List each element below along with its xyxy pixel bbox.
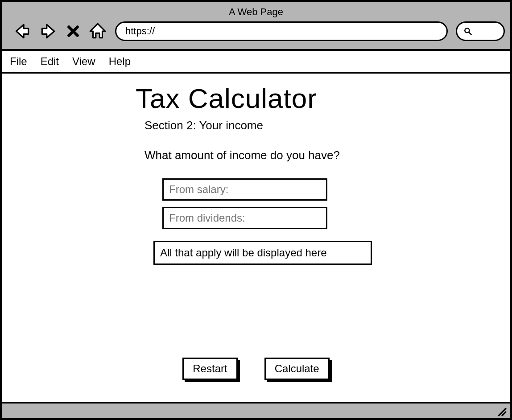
menu-view[interactable]: View <box>72 55 95 68</box>
dividends-input[interactable] <box>162 207 327 229</box>
calculate-button[interactable]: Calculate <box>264 358 330 380</box>
result-display: All that apply will be displayed here <box>153 241 372 265</box>
browser-title: A Web Page <box>7 4 505 21</box>
nav-icon-group <box>7 22 107 41</box>
address-bar-text: https:// <box>125 25 155 37</box>
restart-button[interactable]: Restart <box>182 358 237 380</box>
search-icon <box>463 27 472 36</box>
forward-arrow-icon[interactable] <box>39 22 58 41</box>
stop-x-icon[interactable] <box>66 24 80 38</box>
browser-window: A Web Page https:// <box>0 0 512 420</box>
status-bar <box>2 402 510 418</box>
browser-chrome: A Web Page https:// <box>2 2 510 51</box>
search-button[interactable] <box>456 21 505 41</box>
question-text: What amount of income do you have? <box>145 148 448 162</box>
address-bar[interactable]: https:// <box>115 21 448 41</box>
browser-toolbar: https:// <box>7 21 505 41</box>
page-content: Tax Calculator Section 2: Your income Wh… <box>2 74 510 402</box>
menu-help[interactable]: Help <box>109 55 131 68</box>
income-fields <box>162 178 448 229</box>
svg-line-1 <box>469 33 471 35</box>
salary-input[interactable] <box>162 178 327 201</box>
action-buttons: Restart Calculate <box>2 358 510 380</box>
home-icon[interactable] <box>88 22 107 41</box>
menu-edit[interactable]: Edit <box>41 55 59 68</box>
back-arrow-icon[interactable] <box>12 22 31 41</box>
section-title: Section 2: Your income <box>145 119 448 132</box>
resize-grip-icon[interactable] <box>497 407 507 416</box>
menu-file[interactable]: File <box>10 55 27 68</box>
menubar: File Edit View Help <box>2 51 510 74</box>
page-title: Tax Calculator <box>136 82 448 114</box>
